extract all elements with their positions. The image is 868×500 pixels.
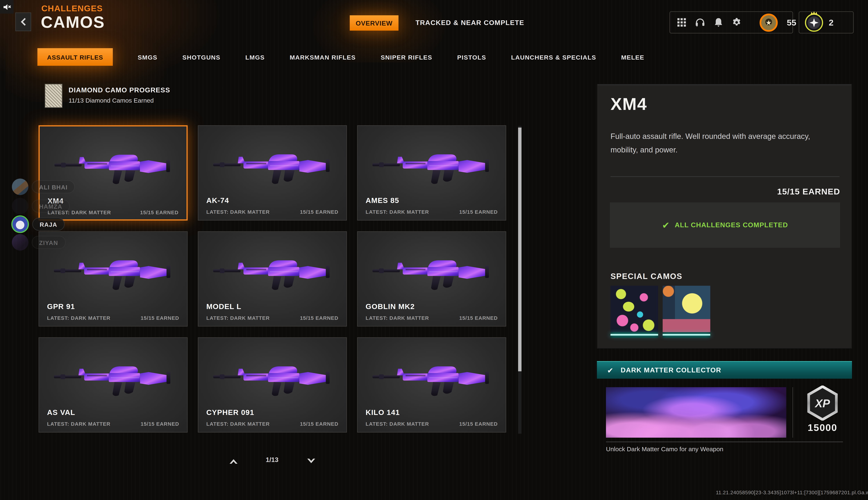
weapon-render [54,351,172,406]
tab-pistols[interactable]: PISTOLS [457,54,486,60]
weapon-card-cypher091[interactable]: CYPHER 091 LATEST: DARK MATTER15/15 EARN… [198,337,347,433]
camo-art [663,286,710,332]
tab-tracked-near-complete[interactable]: TRACKED & NEAR COMPLETE [415,19,524,27]
headset-icon [695,18,705,27]
weapon-name: CYPHER 091 [206,408,254,417]
rank-star-icon: ★ [766,19,772,26]
camos-challenges-screen: CHALLENGES CAMOS OVERVIEW TRACKED & NEAR… [0,0,868,500]
weapon-earned-count: 15/15 EARNED [140,210,179,215]
weapon-latest-camo: LATEST: DARK MATTER [206,315,270,321]
weapon-name: KILO 141 [366,408,400,417]
hud-cluster: ★ 55 [670,11,793,33]
camo-unlocked-bar [610,332,658,338]
weapon-name: AK-74 [206,196,229,205]
grid-scrollbar-track[interactable] [518,126,522,434]
page-up-button[interactable] [228,457,239,465]
voice-chat-button[interactable] [695,18,705,27]
weapon-category-tabs: ASSAULT RIFLES SMGS SHOTGUNS LMGS MARKSM… [37,48,644,66]
page-title: CAMOS [41,13,105,32]
friend-popup: HAMZA [12,198,70,214]
dark-matter-collector-banner[interactable]: ✔ DARK MATTER COLLECTOR [597,361,852,379]
page-down-button[interactable] [306,457,316,465]
friend-popup: ZIYAN [12,234,66,251]
diamond-progress-title: DIAMOND CAMO PROGRESS [69,86,170,94]
collector-divider-horizontal [606,442,843,442]
weapon-render [213,139,332,194]
weapon-render [213,351,332,406]
friend-name: RAJA [32,218,65,231]
back-button[interactable] [15,12,31,31]
weapon-latest-camo: LATEST: DARK MATTER [206,421,270,427]
avatar [11,215,29,233]
weapon-latest-camo: LATEST: DARK MATTER [47,421,111,427]
weapon-name: GOBLIN MK2 [366,302,415,310]
camo-art [610,286,658,332]
weapon-name: MODEL L [206,302,241,310]
detail-divider [610,177,840,177]
weapon-latest-camo: LATEST: DARK MATTER [47,315,111,321]
weapon-render [373,245,491,299]
diamond-progress-subtitle: 11/13 Diamond Camos Earned [69,97,154,104]
special-camo-thumb-1[interactable] [610,286,658,338]
check-icon: ✔ [607,366,613,374]
weapon-earned-count: 15/15 EARNED [300,209,338,215]
tab-launchers-specials[interactable]: LAUNCHERS & SPECIALS [511,54,596,60]
social-grid-button[interactable] [677,18,686,27]
weapon-latest-camo: LATEST: DARK MATTER [366,421,429,427]
tab-assault-rifles[interactable]: ASSAULT RIFLES [37,48,113,66]
friend-name: ALI BHAI [32,180,75,193]
notifications-button[interactable] [714,18,723,27]
challenges-completed-box: ✔ ALL CHALLENGES COMPLETED [610,202,840,248]
weapon-earned-count: 15/15 EARNED [459,421,498,427]
friend-name: ZIYAN [32,236,66,249]
weapon-detail-panel: XM4 Full-auto assault rifle. Well rounde… [597,84,852,349]
friend-popup: ALI BHAI [12,179,75,195]
avatar [12,198,28,214]
weapon-card-modell[interactable]: MODEL L LATEST: DARK MATTER15/15 EARNED [198,231,347,327]
weapon-card-ames85[interactable]: AMES 85 LATEST: DARK MATTER15/15 EARNED [357,125,506,221]
weapon-card-kilo141[interactable]: KILO 141 LATEST: DARK MATTER15/15 EARNED [357,337,506,433]
tab-lmgs[interactable]: LMGS [245,54,265,60]
xp-label: XP [814,397,830,410]
prestige-level: 2 [829,18,833,27]
collector-caption: Unlock Dark Matter Camo for any Weapon [606,446,723,452]
tab-overview[interactable]: OVERVIEW [350,15,399,31]
tab-melee[interactable]: MELEE [621,54,644,60]
chevron-down-icon [307,458,316,464]
special-camo-thumb-2[interactable] [663,286,710,338]
diamond-camo-swatch [45,84,62,107]
player-level: 55 [787,18,796,27]
chevron-up-icon [229,458,238,464]
weapon-name: AMES 85 [366,196,399,205]
detail-earned-count: 15/15 EARNED [777,186,840,196]
friend-name: HAMZA [32,200,70,213]
weapon-card-ak74[interactable]: AK-74 LATEST: DARK MATTER15/15 EARNED [198,125,347,221]
weapon-earned-count: 15/15 EARNED [300,421,338,427]
crown-icon [810,11,818,15]
grid-icon [677,18,686,26]
grid-scrollbar-thumb[interactable] [518,128,522,371]
weapon-latest-camo: LATEST: DARK MATTER [366,315,429,321]
special-camos-title: SPECIAL CAMOS [610,272,683,281]
audio-muted-indicator [0,0,13,13]
friend-popup: RAJA [11,215,65,233]
rank-emblem[interactable]: ★ [760,13,778,32]
weapon-earned-count: 15/15 EARNED [300,315,338,321]
tab-shotguns[interactable]: SHOTGUNS [182,54,220,60]
weapon-latest-camo: LATEST: DARK MATTER [366,209,429,215]
tab-sniper-rifles[interactable]: SNIPER RIFLES [381,54,432,60]
weapon-card-asval[interactable]: AS VAL LATEST: DARK MATTER15/15 EARNED [38,337,188,433]
weapon-render [373,139,491,194]
camo-unlocked-bar [663,332,710,338]
weapon-card-goblinmk2[interactable]: GOBLIN MK2 LATEST: DARK MATTER15/15 EARN… [357,231,506,327]
weapon-latest-camo: LATEST: DARK MATTER [206,209,270,215]
page-indicator: 1/13 [258,456,286,463]
tab-smgs[interactable]: SMGS [138,54,158,60]
avatar [12,234,28,251]
prestige-cluster[interactable]: 2 [799,11,854,33]
settings-button[interactable] [732,18,742,27]
collector-title: DARK MATTER COLLECTOR [621,366,721,374]
tab-marksman-rifles[interactable]: MARKSMAN RIFLES [290,54,356,60]
detail-weapon-description: Full-auto assault rifle. Well rounded wi… [610,130,835,157]
weapon-earned-count: 15/15 EARNED [459,209,498,215]
